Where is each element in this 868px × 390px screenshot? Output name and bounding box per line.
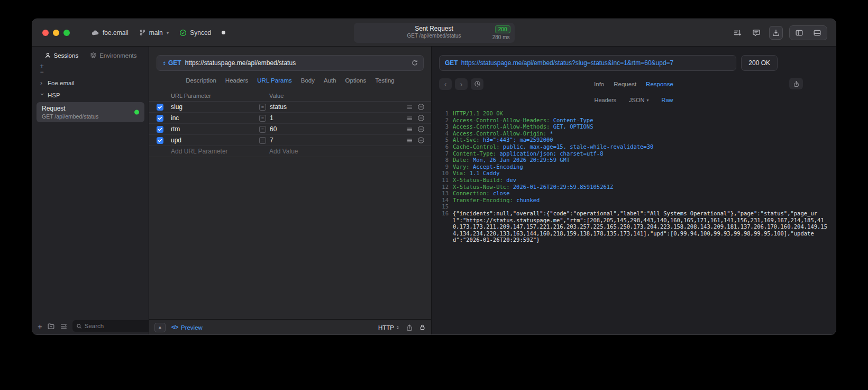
response-line: 8 Date:Mon, 26 Jan 2026 20:29:59 GMT (436, 157, 827, 164)
toggle-left-panel-icon[interactable] (791, 28, 808, 38)
add-param-value-placeholder[interactable]: Add Value (269, 148, 298, 155)
response-raw-view[interactable]: 1 HTTP/1.1 200 OK 2 Access-Control-Allow… (432, 110, 836, 243)
new-request-button[interactable]: + (38, 322, 42, 330)
history-clock-button[interactable] (471, 78, 483, 90)
tab-body[interactable]: Body (301, 77, 315, 84)
sidebar-footer: + (32, 317, 149, 335)
tab-description[interactable]: Description (186, 77, 216, 84)
add-param-key-placeholder[interactable]: Add URL Parameter (171, 148, 269, 155)
param-row-tools (406, 125, 425, 133)
tab-url-params[interactable]: URL Params (257, 77, 291, 84)
lock-icon[interactable] (419, 324, 426, 331)
organize-lines-icon[interactable] (731, 26, 744, 39)
equals-chip-icon (259, 115, 266, 122)
param-key-input[interactable]: upd (171, 137, 259, 144)
param-key-input[interactable]: inc (171, 114, 259, 122)
param-key-input[interactable]: slug (171, 103, 259, 111)
param-row[interactable]: upd 7 (149, 135, 431, 146)
view-options-icon[interactable] (60, 322, 68, 330)
subtab-json[interactable]: JSON ▾ (629, 97, 648, 103)
environments-layers-icon (90, 52, 97, 59)
param-value-input[interactable]: status (270, 103, 406, 111)
param-checkbox[interactable] (157, 115, 163, 122)
tab-response[interactable]: Response (646, 81, 673, 87)
line-number: 16 (436, 210, 449, 243)
remove-param-icon[interactable] (417, 114, 425, 122)
feedback-bubble-icon[interactable] (750, 26, 763, 39)
git-branch-icon (139, 29, 146, 36)
import-tray-icon[interactable] (769, 26, 783, 40)
resend-refresh-icon[interactable] (411, 59, 418, 67)
tab-environments-label: Environments (99, 52, 136, 59)
param-checkbox[interactable] (157, 126, 163, 133)
sidebar-tabs: Sessions Environments (32, 47, 149, 59)
tab-environments[interactable]: Environments (90, 52, 136, 59)
response-url-bar[interactable]: GET https://statuspage.me/api/embed/stat… (439, 55, 736, 71)
param-row[interactable]: inc 1 (149, 113, 431, 124)
sync-status[interactable]: Synced (179, 29, 211, 37)
workspace-label: foe.email (103, 29, 129, 37)
minimize-window-button[interactable] (53, 30, 59, 36)
tab-info[interactable]: Info (594, 81, 604, 87)
remove-param-icon[interactable] (417, 103, 425, 111)
reorder-handle-icon[interactable] (406, 126, 413, 133)
cloud-icon (91, 29, 99, 37)
new-folder-icon[interactable] (47, 322, 55, 330)
remove-session-button[interactable]: − (40, 69, 43, 75)
tree-group-foe-email[interactable]: › Foe.email (32, 77, 149, 89)
tab-options[interactable]: Options (345, 77, 367, 84)
preview-button[interactable]: </> Preview (171, 324, 203, 331)
param-value-input[interactable]: 7 (270, 137, 406, 144)
header-name: Content-Type: (453, 150, 496, 157)
header-name: Connection: (453, 190, 490, 196)
param-checkbox[interactable] (157, 104, 163, 111)
param-checkbox[interactable] (157, 137, 163, 144)
request-summary-pill[interactable]: Sent Request GET /api/embed/status 200 2… (354, 23, 515, 43)
add-param-row[interactable]: Add URL Parameter Add Value (149, 146, 431, 157)
response-line: 9 Vary:Accept-Encoding (436, 164, 827, 170)
remove-param-icon[interactable] (417, 125, 425, 133)
titlebar-toolbar (731, 19, 827, 47)
reorder-handle-icon[interactable] (406, 104, 413, 111)
param-row[interactable]: slug status (149, 102, 431, 113)
param-row[interactable]: rtm 60 (149, 124, 431, 135)
header-name: Date: (453, 157, 470, 163)
subtab-json-label: JSON (629, 97, 644, 103)
expand-panel-button[interactable]: ▲ (154, 323, 166, 332)
branch-switcher[interactable]: main ▾ (139, 29, 169, 37)
protocol-selector[interactable]: HTTP (378, 324, 400, 331)
subtab-headers[interactable]: Headers (595, 97, 617, 103)
tab-auth[interactable]: Auth (324, 77, 336, 84)
request-url-bar[interactable]: GET https://statuspage.me/api/embed/stat… (157, 55, 424, 71)
sidebar-request-item[interactable]: Request GET /api/embed/status (36, 102, 144, 122)
toggle-bottom-panel-icon[interactable] (809, 28, 826, 38)
export-response-button[interactable] (789, 78, 803, 89)
share-request-icon[interactable] (406, 324, 413, 331)
tab-request[interactable]: Request (614, 81, 636, 87)
line-number: 8 (436, 157, 449, 164)
method-updown-icon (162, 60, 167, 66)
remove-param-icon[interactable] (417, 137, 425, 144)
header-name: Vary: (453, 164, 470, 170)
header-name: Access-Control-Allow-Headers: (453, 117, 550, 123)
tab-sessions[interactable]: Sessions (44, 52, 79, 59)
tree-group-hsp[interactable]: › HSP (32, 89, 149, 101)
zoom-window-button[interactable] (63, 30, 70, 36)
method-selector[interactable]: GET (162, 59, 181, 67)
tab-headers[interactable]: Headers (225, 77, 248, 84)
param-value-input[interactable]: 1 (270, 114, 406, 122)
history-back-button[interactable]: ‹ (439, 78, 452, 90)
tab-testing[interactable]: Testing (375, 77, 394, 84)
history-forward-button[interactable]: › (455, 78, 468, 90)
workspace-switcher[interactable]: foe.email (91, 29, 129, 37)
param-key-input[interactable]: rtm (171, 125, 259, 133)
reorder-handle-icon[interactable] (406, 137, 413, 144)
header-name: X-Status-Build: (453, 177, 503, 183)
response-line: 15 (436, 203, 827, 210)
request-url-input[interactable]: https://statuspage.me/api/embed/status (185, 59, 407, 67)
param-value-input[interactable]: 60 (270, 125, 406, 133)
subtab-raw[interactable]: Raw (661, 97, 673, 103)
close-window-button[interactable] (42, 30, 49, 36)
line-number: 11 (436, 177, 449, 184)
reorder-handle-icon[interactable] (406, 115, 413, 122)
